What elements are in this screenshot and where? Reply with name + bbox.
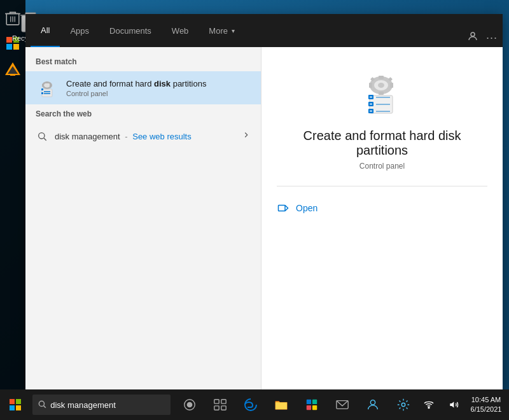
search-web-label: Search the web: [25, 109, 261, 123]
search-content: Best match: [25, 47, 503, 389]
desktop: Recycle Bin All Apps Documents Web More …: [0, 0, 509, 420]
taskbar-icon-store[interactable]: [298, 389, 326, 420]
svg-rect-49: [279, 206, 286, 211]
tab-apps[interactable]: Apps: [60, 14, 99, 47]
svg-point-32: [378, 83, 384, 88]
taskbar-icon-people[interactable]: [359, 389, 387, 420]
tab-more[interactable]: More ▾: [199, 14, 245, 47]
svg-line-29: [44, 138, 46, 141]
taskbar-icon-edge[interactable]: [237, 389, 265, 420]
disk-mgmt-icon: [36, 76, 59, 99]
detail-disk-mgmt-icon: [357, 67, 408, 118]
svg-rect-59: [221, 400, 226, 403]
svg-rect-51: [16, 399, 21, 404]
svg-point-57: [187, 402, 192, 407]
arrow-right-icon: [242, 130, 251, 142]
search-web-icon: [36, 130, 48, 143]
detail-subtitle: Control panel: [359, 162, 405, 171]
svg-rect-58: [214, 400, 219, 403]
person-icon[interactable]: [467, 31, 478, 45]
taskbar-icon-taskview[interactable]: [206, 389, 234, 420]
search-tabs: All Apps Documents Web More ▾: [25, 14, 503, 47]
svg-rect-50: [10, 399, 15, 404]
svg-point-54: [39, 401, 45, 406]
taskbar-search-box[interactable]: disk management: [32, 395, 171, 415]
volume-icon[interactable]: [443, 393, 466, 416]
svg-rect-7: [6, 44, 12, 50]
open-icon: [277, 202, 289, 214]
taskbar-icon-settings[interactable]: [389, 389, 417, 420]
svg-point-28: [39, 133, 45, 139]
best-match-title: Create and format hard disk partitions: [66, 79, 251, 88]
left-app-vlc[interactable]: [3, 59, 23, 79]
svg-rect-36: [390, 83, 393, 88]
tab-web[interactable]: Web: [162, 14, 199, 47]
web-result-text: disk management - See web results: [55, 132, 192, 141]
svg-point-69: [428, 407, 429, 409]
svg-rect-23: [41, 88, 43, 90]
svg-rect-33: [379, 76, 384, 79]
svg-rect-27: [42, 84, 44, 87]
start-button[interactable]: [0, 389, 30, 420]
chevron-down-icon: ▾: [232, 27, 235, 34]
clock-date: 6/15/2021: [471, 405, 502, 414]
svg-point-67: [370, 400, 375, 405]
svg-point-19: [44, 83, 50, 88]
clock-time: 10:45 AM: [471, 395, 502, 405]
search-left-panel: Best match: [25, 47, 261, 389]
tab-documents[interactable]: Documents: [99, 14, 162, 47]
svg-rect-34: [379, 92, 384, 95]
svg-rect-11: [10, 74, 15, 76]
left-taskbar: [0, 0, 25, 389]
taskbar-icons: [176, 389, 417, 420]
tab-all[interactable]: All: [31, 14, 60, 47]
taskbar-icon-explorer[interactable]: [267, 389, 295, 420]
svg-rect-26: [50, 84, 52, 87]
svg-rect-35: [369, 83, 372, 88]
svg-rect-24: [41, 92, 43, 94]
svg-rect-8: [13, 44, 19, 50]
taskbar-icon-mail[interactable]: [328, 389, 356, 420]
action-open[interactable]: Open: [277, 197, 487, 220]
svg-rect-53: [16, 405, 21, 410]
svg-rect-65: [312, 405, 317, 410]
best-match-result[interactable]: Create and format hard disk partitions C…: [25, 71, 261, 104]
svg-rect-62: [307, 400, 311, 404]
svg-rect-63: [312, 400, 317, 404]
svg-rect-52: [10, 405, 15, 410]
web-result-item[interactable]: disk management - See web results: [25, 123, 261, 149]
web-section: Search the web disk management - See web…: [25, 109, 261, 149]
detail-actions: Open: [277, 197, 487, 220]
search-right-panel: Create and format hard disk partitions C…: [261, 47, 503, 389]
best-match-subtitle: Control panel: [66, 90, 251, 97]
network-icon[interactable]: [417, 393, 440, 416]
svg-point-17: [471, 32, 475, 36]
svg-line-55: [44, 405, 46, 407]
svg-point-68: [401, 403, 405, 407]
best-match-text: Create and format hard disk partitions C…: [66, 79, 251, 97]
ellipsis-icon[interactable]: ···: [486, 31, 498, 45]
action-open-label: Open: [296, 203, 317, 213]
taskbar: disk management: [0, 389, 509, 420]
taskbar-right: 10:45 AM 6/15/2021: [417, 393, 509, 416]
clock[interactable]: 10:45 AM 6/15/2021: [468, 393, 504, 416]
taskbar-search-icon: [38, 400, 46, 410]
svg-rect-64: [307, 405, 311, 410]
detail-title: Create and format hard disk partitions: [277, 129, 487, 158]
svg-rect-61: [221, 406, 226, 410]
search-popup: All Apps Documents Web More ▾: [25, 14, 503, 389]
taskbar-icon-cortana[interactable]: [176, 389, 204, 420]
best-match-label: Best match: [25, 57, 261, 71]
svg-rect-60: [214, 406, 219, 410]
taskbar-search-input[interactable]: disk management: [50, 400, 165, 410]
detail-divider: [277, 186, 487, 186]
svg-rect-25: [46, 81, 48, 83]
svg-rect-20: [42, 89, 52, 97]
